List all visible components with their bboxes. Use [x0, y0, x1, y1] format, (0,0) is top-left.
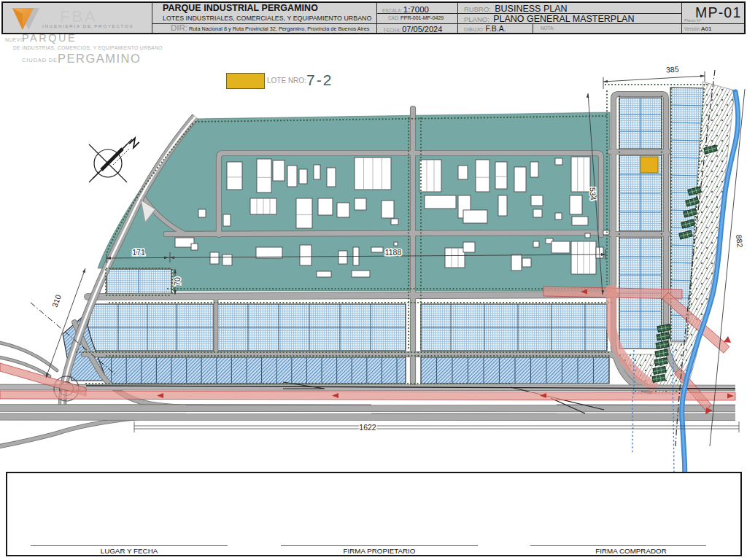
- svg-text:882: 882: [735, 234, 745, 248]
- svg-text:171: 171: [132, 248, 145, 257]
- svg-text:70: 70: [173, 277, 182, 286]
- svg-text:1188: 1188: [385, 248, 402, 257]
- svg-text:INGENIERIA DE PROYECTOS: INGENIERIA DE PROYECTOS: [42, 23, 133, 28]
- svg-text:385: 385: [666, 64, 679, 74]
- svg-text:1622: 1622: [359, 423, 376, 432]
- svg-text:534: 534: [588, 187, 597, 201]
- svg-text:310: 310: [50, 293, 63, 308]
